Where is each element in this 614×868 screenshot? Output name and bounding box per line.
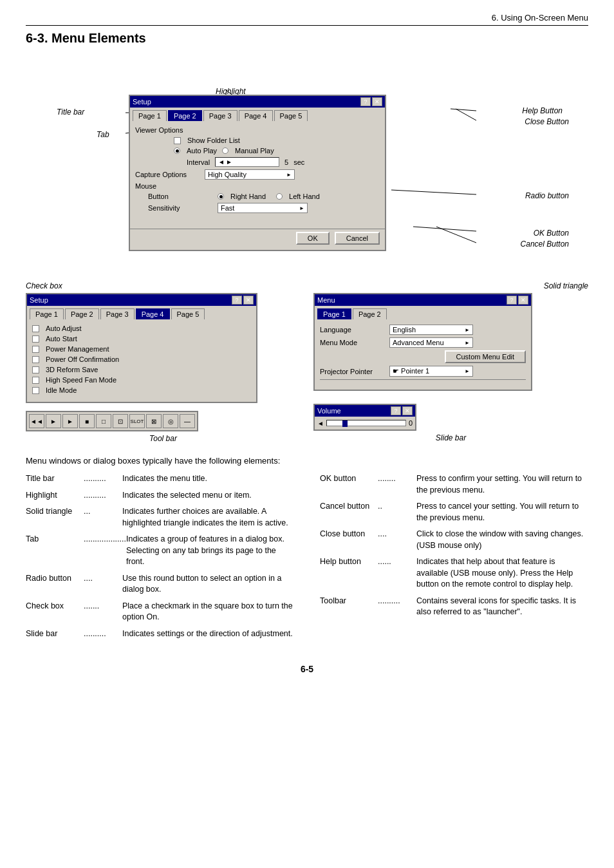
show-folder-checkbox[interactable]	[174, 137, 181, 144]
def-term-solid-tri: Solid triangle	[26, 506, 84, 529]
slidebar-left-arrow-icon[interactable]: ◄	[317, 420, 324, 427]
def-term-toolbar: Toolbar	[320, 596, 378, 618]
help-button[interactable]: ?	[360, 97, 371, 106]
right-hand-radio[interactable]	[218, 193, 224, 200]
menu-help-button[interactable]: ?	[507, 296, 517, 305]
menu-tab2[interactable]: Page 2	[353, 308, 387, 319]
auto-adjust-checkbox[interactable]	[32, 325, 39, 332]
fan-mode-checkbox[interactable]	[32, 377, 39, 384]
close-button[interactable]: ✕	[372, 97, 382, 106]
menu-mode-dropdown[interactable]: Advanced Menu ►	[389, 337, 473, 348]
toolbar-btn-circle[interactable]: ◎	[163, 414, 178, 428]
setup2-tab1[interactable]: Page 1	[30, 308, 64, 319]
def-dots-titlebar: ..........	[84, 473, 122, 485]
def-desc-checkbox: Place a checkmark in the square box to t…	[122, 601, 294, 623]
def-term-radio: Radio button	[26, 573, 84, 596]
toolbar-btn-slot[interactable]: SLOT	[129, 414, 145, 428]
cb-row-7: Idle Mode	[32, 386, 251, 394]
def-highlight: Highlight .......... Indicates the selec…	[26, 490, 294, 502]
volume-help-button[interactable]: ?	[391, 406, 401, 415]
def-term-checkbox: Check box	[26, 601, 84, 623]
intro-text: Menu windows or dialog boxes typically h…	[26, 456, 588, 466]
setup-dialog2: Setup ? ✕ Page 1 Page 2 Page 3 Page 4 Pa…	[26, 293, 257, 403]
sensitivity-dropdown[interactable]: Fast ►	[218, 203, 308, 213]
main-titlebar: Setup ? ✕	[130, 96, 385, 108]
language-dropdown[interactable]: English ►	[389, 325, 473, 335]
cancel-button[interactable]: Cancel	[335, 232, 380, 245]
toolbar-btn-box2[interactable]: ⊡	[113, 414, 128, 428]
interval-row: Interval ◄► 5 sec	[135, 157, 380, 167]
button-label: Button	[148, 193, 212, 200]
volume-buttons: ? ✕	[391, 406, 413, 415]
idle-mode-checkbox[interactable]	[32, 387, 39, 394]
tab-page2[interactable]: Page 2	[168, 110, 202, 121]
manual-play-radio[interactable]	[222, 147, 228, 154]
tab-page3[interactable]: Page 3	[203, 110, 237, 121]
toolbar-btn-rewind[interactable]: ◄◄	[29, 414, 44, 428]
def-toolbar: Toolbar .......... Contains several icon…	[320, 596, 588, 618]
right-col: Solid triangle Menu ? ✕ Page 1 Page 2 La…	[313, 281, 588, 442]
interval-value[interactable]: ◄►	[215, 157, 279, 167]
toolbar-btn-stop[interactable]: ■	[79, 414, 95, 428]
toolbar-btn-minus[interactable]: —	[180, 414, 195, 428]
def-term-tab: Tab	[26, 534, 84, 568]
toolbar-btn-next[interactable]: ►	[62, 414, 78, 428]
capture-label: Capture Options	[135, 171, 200, 178]
def-desc-toolbar: Contains several icons for specific task…	[416, 596, 588, 618]
def-dots-tab: ...................	[84, 534, 126, 568]
reform-save-checkbox[interactable]	[32, 366, 39, 373]
menu-close-button[interactable]: ✕	[518, 296, 528, 305]
toolbar-btn-play[interactable]: ►	[46, 414, 61, 428]
mouse-header: Mouse	[135, 182, 380, 190]
auto-play-radio[interactable]	[174, 147, 180, 154]
capture-arrow-icon: ►	[286, 172, 292, 178]
page-header: 6. Using On-Screen Menu	[26, 13, 588, 26]
toolbar-btn-x[interactable]: ⊠	[146, 414, 162, 428]
menu-tab1[interactable]: Page 1	[317, 308, 351, 319]
anno-slidebar: Slide bar	[313, 433, 588, 442]
slidebar-track[interactable]	[326, 420, 406, 426]
tab-page5[interactable]: Page 5	[274, 110, 308, 121]
svg-line-3	[451, 109, 476, 111]
page-footer: 6-5	[26, 664, 588, 674]
tab-page4[interactable]: Page 4	[239, 110, 273, 121]
toolbar-btn-box[interactable]: □	[96, 414, 111, 428]
def-radio: Radio button .... Use this round button …	[26, 573, 294, 596]
setup2-tab4[interactable]: Page 4	[136, 308, 170, 319]
auto-play-row: Auto Play Manual Play	[135, 147, 380, 155]
def-desc-close: Click to close the window with saving ch…	[416, 529, 588, 551]
cb-row-5: 3D Reform Save	[32, 366, 251, 373]
volume-close-button[interactable]: ✕	[402, 406, 413, 415]
section-label: 6. Using On-Screen Menu	[492, 13, 588, 23]
language-label: Language	[320, 326, 384, 334]
def-dots-checkbox: .......	[84, 601, 122, 623]
power-mgmt-checkbox[interactable]	[32, 346, 39, 353]
slidebar-thumb[interactable]	[342, 420, 348, 427]
left-hand-radio[interactable]	[276, 193, 283, 200]
def-desc-help: Indicates that help about that feature i…	[416, 556, 588, 590]
auto-start-checkbox[interactable]	[32, 335, 39, 343]
setup2-tab5[interactable]: Page 5	[171, 308, 205, 319]
capture-dropdown[interactable]: High Quality ►	[205, 169, 295, 180]
projector-pointer-dropdown[interactable]: ☛ Pointer 1 ►	[389, 366, 473, 377]
svg-line-7	[436, 227, 476, 243]
def-term-ok: OK button	[320, 473, 378, 496]
setup2-close-button[interactable]: ✕	[243, 296, 254, 305]
auto-adjust-label: Auto Adjust	[46, 325, 82, 332]
slidebar-content: ◄ 0	[315, 417, 415, 429]
setup2-tab3[interactable]: Page 3	[100, 308, 135, 319]
setup2-tab2[interactable]: Page 2	[65, 308, 99, 319]
tab-page1[interactable]: Page 1	[133, 110, 167, 121]
custom-menu-edit-button[interactable]: Custom Menu Edit	[445, 350, 526, 363]
reform-save-label: 3D Reform Save	[46, 366, 98, 373]
power-off-checkbox[interactable]	[32, 356, 39, 363]
def-desc-cancel: Press to cancel your setting. You will r…	[416, 501, 588, 524]
viewer-options-label: Viewer Options	[135, 126, 183, 134]
setup2-help-button[interactable]: ?	[232, 296, 242, 305]
sensitivity-arrow-icon: ►	[299, 205, 304, 211]
def-desc-tab: Indicates a group of features in a dialo…	[126, 534, 294, 568]
def-desc-ok: Press to confirm your setting. You will …	[416, 473, 588, 496]
slidebar-value: 0	[409, 419, 413, 427]
definitions: Title bar .......... Indicates the menu …	[26, 473, 588, 645]
ok-button[interactable]: OK	[296, 232, 330, 245]
